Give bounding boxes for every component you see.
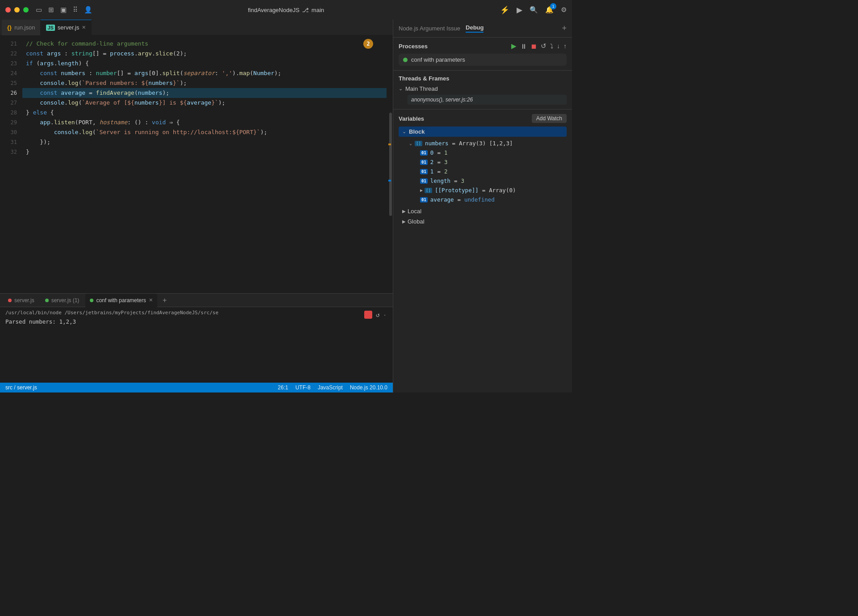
- eq-numbers: =: [452, 140, 456, 147]
- rerun-button[interactable]: ↺: [541, 42, 547, 50]
- debug-toolbar: ▶ ⏸ ⏹ ↺ ⤵ ↓ ↑: [511, 42, 567, 50]
- sidebar-toggle-icon[interactable]: ▭: [36, 6, 42, 14]
- tab-label-run-json: run.json: [14, 24, 35, 31]
- minimize-button[interactable]: [14, 7, 20, 13]
- lightning-icon[interactable]: ⚡: [500, 5, 509, 15]
- var-val-2: 3: [444, 159, 448, 165]
- grid-icon[interactable]: ⠿: [73, 6, 78, 14]
- terminal-tab-close[interactable]: ✕: [149, 297, 153, 303]
- tab-run-json[interactable]: {} run.json: [2, 20, 41, 35]
- processes-section: Processes ▶ ⏸ ⏹ ↺ ⤵ ↓ ↑ conf with parame…: [393, 38, 572, 71]
- branch-name: main: [311, 7, 324, 13]
- var-2-row: 01 2 = 3: [399, 157, 567, 167]
- eq-proto: =: [482, 187, 486, 194]
- variables-section: Variables Add Watch ⌄ Block ⌄ [] numbers…: [393, 110, 572, 392]
- green-dot-1: [45, 299, 49, 302]
- status-right: 26:1 UTF-8 JavaScript Node.js 20.10.0: [278, 384, 387, 391]
- var-prototype-row[interactable]: ▶ [] [[Prototype]] = Array(0): [399, 186, 567, 195]
- debug-add-button[interactable]: +: [562, 24, 567, 33]
- tab-close-server-js[interactable]: ✕: [82, 25, 86, 30]
- eq-1: =: [437, 168, 441, 175]
- var-name-2: 2: [430, 159, 434, 165]
- process-item[interactable]: conf with parameters: [399, 54, 567, 66]
- debug-inactive-tab[interactable]: Node.js Argument Issue: [399, 25, 460, 32]
- var-val-average: undefined: [464, 196, 495, 203]
- debug-header: Node.js Argument Issue Debug +: [393, 20, 572, 38]
- debug-active-tab[interactable]: Debug: [466, 24, 484, 33]
- frame-item[interactable]: anonymous(), server.js:26: [408, 95, 567, 105]
- threads-section: Threads & Frames ⌄ Main Thread anonymous…: [393, 71, 572, 110]
- user-icon[interactable]: 👤: [84, 6, 93, 14]
- var-name-proto: [[Prototype]]: [435, 187, 479, 194]
- var-val-proto: Array(0): [489, 187, 516, 194]
- panel-icon[interactable]: ▣: [60, 6, 67, 14]
- close-button[interactable]: [5, 7, 11, 13]
- editor-tabs: {} run.json JS server.js ✕: [0, 20, 393, 35]
- array-badge-proto: []: [425, 188, 432, 193]
- line-numbers: 21 22 23 24 25 26 27 28 29 30 31 32: [0, 35, 22, 293]
- step-out-button[interactable]: ↑: [564, 42, 567, 50]
- editor-scrollbar[interactable]: [387, 35, 393, 293]
- processes-title: Processes: [399, 43, 511, 50]
- notification-icon[interactable]: 🔔 1: [545, 6, 554, 14]
- error-dot: [8, 299, 12, 302]
- play-button[interactable]: ▶: [511, 42, 517, 50]
- var-section-local[interactable]: ▶ Local: [399, 206, 567, 216]
- language: JavaScript: [318, 384, 343, 391]
- js-icon: JS: [46, 25, 55, 31]
- add-watch-button[interactable]: Add Watch: [532, 114, 567, 123]
- add-terminal-button[interactable]: +: [159, 296, 170, 304]
- process-name: conf with parameters: [411, 56, 465, 63]
- terminal-tab-conf[interactable]: conf with parameters ✕: [85, 294, 157, 307]
- local-label: Local: [408, 208, 421, 215]
- scrollbar-thumb[interactable]: [389, 113, 392, 216]
- frame-location: (), server.js:26: [439, 97, 473, 103]
- stop-button[interactable]: [364, 311, 372, 319]
- stop-debug-button[interactable]: ⏹: [530, 42, 537, 50]
- layout-icon[interactable]: ⊞: [48, 6, 54, 14]
- tab-label-server-js: server.js: [58, 24, 79, 31]
- restart-button[interactable]: ↺: [376, 311, 379, 318]
- thread-main[interactable]: ⌄ Main Thread: [399, 85, 567, 92]
- json-icon: {}: [7, 24, 12, 31]
- variables-title: Variables: [399, 115, 424, 122]
- code-line-21: // Check for command-line arguments: [22, 39, 387, 49]
- threads-title: Threads & Frames: [399, 75, 567, 82]
- var-name-length: length: [430, 177, 450, 184]
- step-into-button[interactable]: ↓: [557, 42, 560, 50]
- block-chevron: ⌄: [402, 129, 406, 135]
- var-1-row: 01 1 = 2: [399, 167, 567, 176]
- pause-button[interactable]: ⏸: [520, 42, 527, 50]
- terminal-tab-label-3: conf with parameters: [96, 297, 146, 304]
- var-val-numbers: Array(3) [1,2,3]: [459, 140, 513, 147]
- code-line-23: if ( args . length ) {: [22, 59, 387, 68]
- run-icon[interactable]: ▶: [517, 5, 522, 15]
- prototype-expand: ▶: [420, 188, 423, 193]
- terminal-tab-server-js-1[interactable]: server.js (1): [41, 294, 84, 307]
- var-val-length: 3: [461, 177, 465, 184]
- badge-1: 01: [420, 169, 428, 174]
- terminal-tab-server-js[interactable]: server.js: [4, 294, 39, 307]
- var-average-row: 01 average = undefined: [399, 195, 567, 204]
- code-line-26: const average = findAverage ( numbers );: [22, 88, 387, 98]
- var-group-block-header[interactable]: ⌄ Block: [399, 127, 567, 137]
- step-over-button[interactable]: ⤵: [550, 42, 553, 50]
- bottom-tabs: server.js server.js (1) conf with parame…: [0, 294, 393, 307]
- var-numbers-row[interactable]: ⌄ [] numbers = Array(3) [1,2,3]: [399, 139, 567, 148]
- tab-server-js[interactable]: JS server.js ✕: [41, 20, 92, 35]
- code-line-32: }: [22, 147, 387, 157]
- debug-panel: Node.js Argument Issue Debug + Processes…: [393, 20, 572, 392]
- var-name-average: average: [430, 196, 454, 203]
- search-icon[interactable]: 🔍: [530, 6, 538, 14]
- process-status-dot: [403, 58, 408, 62]
- cursor-position: 26:1: [278, 384, 288, 391]
- var-section-global[interactable]: ▶ Global: [399, 216, 567, 227]
- variables-header: Variables Add Watch: [399, 114, 567, 123]
- badge-0: 01: [420, 150, 428, 156]
- project-name: findAverageNodeJS: [248, 7, 299, 13]
- var-name-numbers: numbers: [425, 140, 449, 147]
- settings-icon[interactable]: ⚙: [561, 6, 567, 14]
- maximize-button[interactable]: [23, 7, 29, 13]
- badge-2: 01: [420, 160, 428, 165]
- notification-badge: 1: [550, 3, 556, 9]
